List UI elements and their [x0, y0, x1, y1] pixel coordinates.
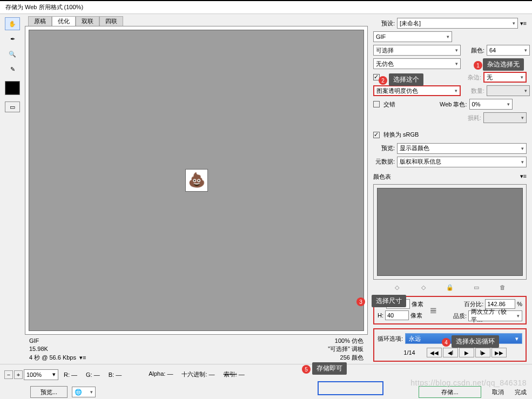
ct-tool-5[interactable]: 🗑: [499, 284, 507, 291]
browser-select[interactable]: 🌐▾: [72, 387, 96, 397]
interlaced-checkbox[interactable]: [373, 101, 380, 107]
quality-label: 品质:: [453, 312, 467, 320]
preview-select[interactable]: 显示器颜色▾: [397, 143, 527, 154]
color-table-menu-icon[interactable]: ▾≡: [520, 173, 527, 180]
play-button[interactable]: ▶: [459, 348, 474, 357]
websnap-input[interactable]: 0%▾: [469, 99, 513, 110]
ct-tool-1[interactable]: ◇: [393, 284, 401, 291]
ct-tool-3[interactable]: 🔒: [446, 284, 454, 291]
dither-select[interactable]: 无仿色▾: [373, 58, 461, 69]
save-button[interactable]: 存储...: [419, 386, 481, 398]
status-bar: − + 100%▾ R: — G: — B: — Alpha: — 十六进制: …: [0, 364, 532, 384]
zoom-in-button[interactable]: +: [14, 370, 23, 379]
transparency-dither-select[interactable]: 图案透明度仿色▾: [373, 85, 461, 96]
hand-icon: ✋: [9, 21, 16, 28]
h-label: H:: [378, 312, 383, 319]
srgb-checkbox[interactable]: [373, 132, 380, 138]
badge-1: 1: [474, 61, 482, 70]
colors-select[interactable]: 64▾: [487, 45, 530, 56]
hand-tool[interactable]: ✋: [5, 17, 20, 30]
info-left: GIF 15.98K 4 秒 @ 56.6 Kbps ▾≡: [29, 337, 328, 362]
frame-controls: 1/14 ◀◀ ◀I ▶ I▶ ▶▶: [378, 348, 522, 357]
artwork: 💩: [185, 169, 208, 192]
matte-label: 杂边:: [460, 73, 481, 82]
preview-pane: 原稿 优化 双联 四联 💩 GIF 15.98K 4 秒 @ 56.6 Kbps…: [25, 14, 370, 364]
websnap-label: Web 靠色:: [440, 100, 467, 109]
title-bar: 存储为 Web 所用格式 (100%): [0, 0, 532, 14]
color-table[interactable]: [373, 184, 527, 280]
canvas[interactable]: 💩: [29, 30, 364, 331]
matte-select[interactable]: 无▾: [483, 72, 527, 83]
action-bar: 预览... 🌐▾ 存储... 取消 完成: [0, 384, 532, 399]
last-frame-button[interactable]: ▶▶: [491, 348, 507, 357]
zoom-select[interactable]: 100%▾: [24, 369, 58, 380]
callout-1: 杂边选择无: [483, 58, 524, 71]
px-2: 像素: [410, 312, 422, 320]
quality-select[interactable]: 两次立方（较平…▾: [468, 310, 522, 321]
tab-2up[interactable]: 双联: [76, 16, 99, 26]
ct-tool-4[interactable]: ▭: [472, 284, 481, 291]
frame-counter: 1/14: [393, 349, 426, 356]
save-highlight: [318, 381, 383, 395]
percent-label: 百分比:: [464, 300, 483, 308]
callout-3: 选择尺寸: [372, 295, 406, 307]
preset-select[interactable]: [未命名]▾: [397, 18, 518, 29]
next-frame-button[interactable]: I▶: [475, 348, 490, 357]
badge-4: 4: [442, 338, 450, 347]
zoom-tool[interactable]: 🔍: [5, 48, 20, 60]
slice-icon: ✒: [10, 36, 15, 43]
srgb-label: 转换为 sRGB: [383, 131, 419, 139]
view-tabs: 原稿 优化 双联 四联: [25, 16, 368, 26]
tab-original[interactable]: 原稿: [28, 16, 52, 26]
artwork-icon: 💩: [188, 172, 205, 188]
cancel-button[interactable]: 取消: [492, 386, 504, 398]
info-time: 4 秒 @ 56.6 Kbps: [29, 354, 76, 361]
height-input[interactable]: [385, 310, 409, 320]
callout-4: 选择永远循环: [452, 335, 499, 348]
loop-label: 循环选项:: [378, 335, 403, 343]
colors-label: 颜色:: [463, 46, 484, 55]
preview-info: GIF 15.98K 4 秒 @ 56.6 Kbps ▾≡ 100% 仿色 "可…: [25, 335, 368, 364]
first-frame-button[interactable]: ◀◀: [427, 348, 442, 357]
amount-input: ▾: [487, 85, 530, 96]
tool-palette: ✋ ✒ 🔍 ✎ ▭: [0, 14, 25, 364]
tab-4up[interactable]: 四联: [99, 16, 123, 26]
globe-icon: 🌐: [75, 389, 82, 396]
magnifier-icon: 🔍: [9, 51, 16, 58]
metadata-select[interactable]: 版权和联系信息▾: [397, 157, 527, 167]
chevron-down-icon: ▾: [513, 21, 515, 26]
prev-frame-button[interactable]: ◀I: [443, 348, 458, 357]
amount-label: 数量:: [463, 87, 484, 95]
badge-5: 5: [302, 365, 311, 374]
toggle-slices[interactable]: ▭: [5, 102, 20, 112]
ct-tool-2[interactable]: ◇: [419, 284, 428, 291]
format-select[interactable]: GIF▾: [373, 31, 452, 42]
callout-2: 选择这个: [389, 73, 423, 86]
badge-3: 3: [356, 297, 365, 306]
badge-2: 2: [379, 76, 387, 85]
color-readout: R: — G: — B: —: [64, 371, 122, 378]
done-button[interactable]: 完成: [515, 386, 527, 398]
reduction-select[interactable]: 可选择▾: [373, 45, 461, 56]
zoom-out-button[interactable]: −: [4, 370, 13, 379]
preview-button[interactable]: 预览...: [30, 386, 68, 398]
info-size: 15.98K: [29, 345, 328, 353]
lossy-label: 损耗:: [460, 114, 481, 122]
animation-group: 循环选项: 永远▾ 1/14 ◀◀ ◀I ▶ I▶ ▶▶: [373, 328, 527, 362]
alpha-readout: Alpha: — 十六进制: — 索引: —: [149, 370, 245, 378]
preset-label: 预设:: [373, 19, 395, 28]
link-icon[interactable]: 𝌆: [430, 299, 437, 321]
color-table-tools: ◇ ◇ 🔒 ▭ 🗑: [373, 283, 527, 292]
tab-optimized[interactable]: 优化: [52, 16, 76, 26]
info-dither: 100% 仿色: [328, 337, 363, 345]
callout-5: 存储即可: [312, 362, 347, 375]
eyedropper-tool[interactable]: ✎: [5, 63, 20, 76]
color-table-label: 颜色表: [373, 173, 391, 180]
info-palette: "可选择" 调板: [328, 345, 363, 353]
preset-menu-icon[interactable]: ▾≡: [520, 20, 527, 27]
slices-icon: ▭: [10, 104, 15, 111]
color-swatch[interactable]: [5, 81, 20, 95]
px-1: 像素: [412, 300, 423, 308]
chevron-down-icon: ▾: [447, 34, 449, 39]
slice-tool[interactable]: ✒: [5, 32, 20, 45]
